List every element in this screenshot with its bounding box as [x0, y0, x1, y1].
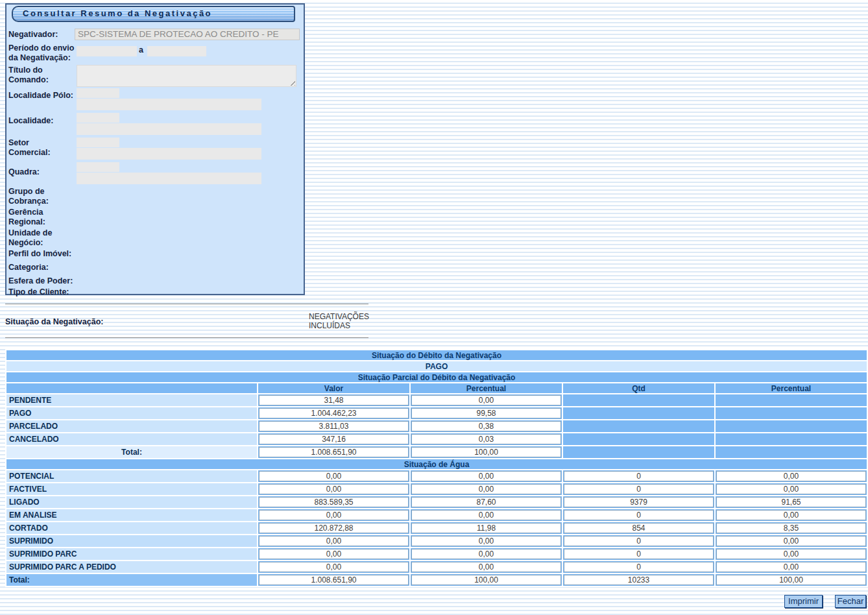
divider: [5, 304, 368, 306]
row-label: PARCELADO: [6, 420, 257, 432]
valor-cell: 0,00: [259, 549, 409, 559]
percentual-cell: 100,00: [411, 575, 561, 585]
empty-cell: [563, 446, 714, 458]
column-header-qtd: Qtd: [563, 383, 714, 393]
localidade-polo-label: Localidade Pólo:: [8, 91, 73, 101]
row-label: CORTADO: [6, 522, 257, 534]
empty-cell: [716, 446, 867, 458]
categoria-label: Categoria:: [8, 263, 49, 272]
quadra-code-input[interactable]: [77, 162, 119, 172]
valor-cell: 0,00: [259, 471, 409, 481]
periodo-start-input[interactable]: [77, 46, 137, 56]
qtd-cell: 0: [564, 484, 714, 494]
valor-cell: 3.811,03: [259, 421, 409, 431]
table-row: SUPRIMIDO 0,00 0,00 0 0,00: [6, 535, 867, 547]
percentual-cell: 0,03: [411, 434, 561, 444]
periodo-end-input[interactable]: [147, 46, 206, 56]
qtd-cell: 9379: [564, 497, 714, 507]
gerencia-regional-label: Gerência Regional:: [8, 208, 58, 227]
empty-cell: [716, 433, 867, 445]
row-label: CANCELADO: [6, 433, 257, 445]
row-label: EM ANALISE: [6, 509, 257, 521]
row-label: PENDENTE: [6, 394, 257, 406]
periodo-label: Período do envio da Negativação:: [8, 43, 75, 63]
fechar-button[interactable]: Fechar: [835, 595, 866, 608]
valor-cell: 0,00: [259, 510, 409, 520]
imprimir-button[interactable]: Imprimir: [784, 595, 823, 608]
valor-cell: 0,00: [259, 484, 409, 494]
qtd-percentual-cell: 91,65: [716, 497, 866, 507]
resize-handle-icon[interactable]: [289, 79, 295, 86]
row-label: SUPRIMIDO PARC A PEDIDO: [6, 561, 257, 573]
valor-cell: 31,48: [259, 395, 409, 405]
negativador-label: Negativador:: [8, 30, 58, 40]
section-subheader-pago: PAGO: [6, 361, 867, 371]
percentual-cell: 0,38: [411, 421, 561, 431]
qtd-percentual-cell: 0,00: [716, 471, 866, 481]
empty-cell: [716, 420, 867, 432]
table-header-row: Valor Percentual Qtd Percentual: [6, 383, 867, 393]
negativador-field[interactable]: SPC-SISTEMA DE PROTECAO AO CREDITO - PE: [75, 29, 300, 40]
table-total-row: Total: 1.008.651,90 100,00 10233 100,00: [6, 574, 867, 586]
column-header-valor: Valor: [258, 383, 409, 393]
percentual-cell: 87,60: [411, 497, 561, 507]
qtd-percentual-cell: 0,00: [716, 484, 866, 494]
setor-code-input[interactable]: [77, 138, 119, 147]
localidade-label: Localidade:: [8, 116, 53, 126]
perfil-imovel-label: Perfil do Imóvel:: [8, 249, 71, 259]
qtd-percentual-cell: 0,00: [716, 562, 866, 572]
unidade-negocio-label: Unidade de Negócio:: [8, 228, 66, 248]
table-row: PAGO: [6, 361, 867, 371]
empty-cell: [563, 394, 714, 406]
tipo-cliente-label: Tipo de Cliente:: [8, 287, 69, 297]
table-total-row: Total: 1.008.651,90 100,00: [6, 446, 867, 458]
valor-cell: 0,00: [259, 536, 409, 546]
percentual-cell: 99,58: [411, 408, 561, 418]
localidade-polo-desc-input[interactable]: [77, 99, 261, 110]
valor-cell: 347,16: [259, 434, 409, 444]
percentual-cell: 11,98: [411, 523, 561, 533]
setor-comercial-label: Setor Comercial:: [8, 138, 58, 158]
localidade-desc-input[interactable]: [77, 123, 261, 135]
localidade-code-input[interactable]: [77, 113, 119, 123]
table-row: POTENCIAL 0,00 0,00 0 0,00: [6, 470, 867, 482]
situacao-value-line1: NEGATIVAÇÕES: [309, 312, 369, 321]
row-label: SUPRIMIDO: [6, 535, 257, 547]
situacao-negativacao-value: NEGATIVAÇÕES INCLUÍDAS: [309, 312, 369, 330]
grupo-cobranca-label: Grupo de Cobrança:: [8, 187, 58, 206]
table-row: CANCELADO 347,16 0,03: [6, 433, 867, 445]
percentual-cell: 0,00: [411, 510, 561, 520]
divider: [5, 337, 368, 339]
qtd-percentual-cell: 100,00: [716, 575, 866, 585]
table-row: Situação do Débito da Negativação: [6, 350, 867, 360]
table-row: FACTIVEL 0,00 0,00 0 0,00: [6, 483, 867, 495]
empty-cell: [716, 407, 867, 419]
column-header-blank: [6, 383, 257, 393]
table-row: CORTADO 120.872,88 11,98 854 8,35: [6, 522, 867, 534]
column-header-percentual2: Percentual: [716, 383, 867, 393]
percentual-cell: 0,00: [411, 536, 561, 546]
titulo-comando-textarea[interactable]: [77, 65, 296, 87]
valor-cell: 1.008.651,90: [259, 575, 409, 585]
localidade-polo-code-input[interactable]: [77, 88, 119, 98]
section-header-debito: Situação do Débito da Negativação: [6, 350, 867, 360]
quadra-label: Quadra:: [8, 167, 40, 177]
qtd-percentual-cell: 0,00: [716, 549, 866, 559]
consult-summary-panel: Consultar Resumo da Negativação Negativa…: [5, 3, 305, 295]
row-label: FACTIVEL: [6, 483, 257, 495]
table-row: PARCELADO 3.811,03 0,38: [6, 420, 867, 432]
percentual-cell: 0,00: [411, 471, 561, 481]
situacao-negativacao-label: Situação da Negativação:: [5, 317, 103, 326]
row-label: PAGO: [6, 407, 257, 419]
percentual-cell: 0,00: [411, 395, 561, 405]
quadra-desc-input[interactable]: [77, 173, 261, 184]
empty-cell: [716, 394, 867, 406]
qtd-cell: 10233: [564, 575, 714, 585]
table-row: Situação Parcial do Débito da Negativaçã…: [6, 372, 867, 382]
table-row: EM ANALISE 0,00 0,00 0 0,00: [6, 509, 867, 521]
qtd-cell: 0: [564, 549, 714, 559]
setor-desc-input[interactable]: [77, 148, 261, 160]
panel-title: Consultar Resumo da Negativação: [12, 6, 295, 22]
valor-cell: 0,00: [259, 562, 409, 572]
valor-cell: 883.589,35: [259, 497, 409, 507]
